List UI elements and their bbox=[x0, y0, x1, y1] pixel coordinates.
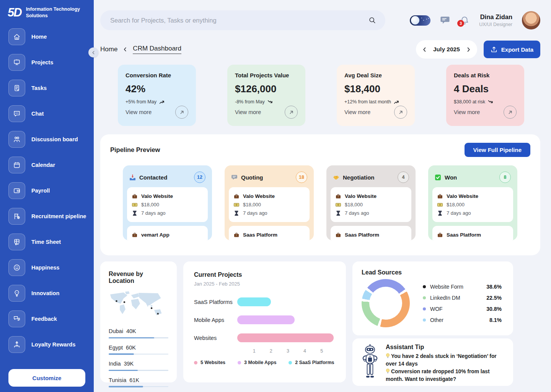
chart-row: SaaS Platforms bbox=[194, 293, 335, 311]
axis-tick: 2 bbox=[270, 348, 272, 354]
trend-up-icon bbox=[394, 100, 399, 105]
deal-card[interactable]: vemart App $22,000 bbox=[127, 226, 208, 240]
breadcrumb-current[interactable]: CRM Dashboard bbox=[133, 45, 181, 54]
view-more-link[interactable]: View more bbox=[235, 106, 298, 119]
assistant-tip-line: You have 2 deals stuck in ‘Negotiation’ … bbox=[386, 353, 505, 368]
column-count-badge: 8 bbox=[499, 172, 511, 183]
sidebar-item-label: Chat bbox=[31, 111, 44, 117]
location-row: Tunisia61K bbox=[109, 377, 168, 387]
view-more-link[interactable]: View more bbox=[126, 106, 188, 119]
check-icon bbox=[435, 174, 441, 181]
messages-button[interactable] bbox=[440, 15, 450, 25]
legend-dot bbox=[423, 307, 426, 310]
legend-item: Website Form38.6% bbox=[423, 284, 502, 290]
breadcrumb: Home CRM Dashboard bbox=[100, 45, 181, 54]
banknote-icon bbox=[234, 202, 239, 207]
smiley-icon bbox=[8, 259, 25, 276]
deal-card[interactable]: Valo Website $18,000 7 days ago bbox=[229, 187, 310, 222]
sidebar-item-label: Innovation bbox=[31, 290, 59, 296]
period-label: July 2025 bbox=[433, 46, 460, 53]
hourglass-icon bbox=[234, 211, 239, 216]
lead-sources-donut bbox=[362, 279, 410, 327]
notifications-button[interactable]: 3 bbox=[460, 15, 469, 25]
assistant-tip-title: Assistant Tip bbox=[386, 344, 505, 351]
stat-change: +12% from last month bbox=[344, 99, 407, 105]
sidebar-item-loyalty-rewards[interactable]: Loyalty Rewards bbox=[8, 336, 85, 353]
legend-item: WOF30.8% bbox=[423, 306, 502, 312]
current-projects-card: Current Projects Jan 2025 - Feb 2025 Saa… bbox=[183, 261, 346, 382]
assistant-tip-body: Assistant Tip You have 2 deals stuck in … bbox=[386, 344, 505, 382]
people-icon bbox=[8, 131, 25, 148]
customize-button[interactable]: Customize bbox=[8, 369, 85, 387]
legend-dot bbox=[423, 318, 426, 322]
search-icon[interactable] bbox=[368, 16, 376, 24]
projects-legend: 5 Websites 3 Mobile Apps 2 SaaS Platform… bbox=[194, 360, 335, 365]
calendar-icon bbox=[8, 157, 25, 173]
sidebar-item-projects[interactable]: Projects bbox=[8, 54, 85, 71]
sidebar-item-happiness[interactable]: Happiness bbox=[8, 259, 85, 276]
stat-value: $18,400 bbox=[344, 83, 407, 95]
sidebar-item-feedback[interactable]: Feedback bbox=[8, 310, 85, 327]
location-bar bbox=[109, 354, 168, 355]
user-avatar[interactable] bbox=[522, 11, 540, 29]
deal-card[interactable]: Valo Website $18,000 7 days ago bbox=[331, 187, 411, 222]
timesheet-icon bbox=[8, 234, 25, 250]
prev-month-button[interactable] bbox=[422, 47, 427, 52]
search-bar bbox=[100, 10, 385, 30]
right-column: Lead Sources Website Form38.6% LinkedIn … bbox=[352, 261, 513, 386]
world-map bbox=[109, 291, 168, 326]
arrow-up-right-icon bbox=[175, 106, 188, 119]
lead-sources-legend: Website Form38.6% LinkedIn DM22.5% WOF30… bbox=[423, 284, 504, 323]
search-input[interactable] bbox=[109, 16, 368, 24]
deal-card[interactable]: Saas Platform $43,000 bbox=[432, 226, 513, 240]
bulb-icon bbox=[386, 353, 390, 359]
sidebar-item-time-sheet[interactable]: Time Sheet bbox=[8, 234, 85, 250]
location-row: India39K bbox=[109, 361, 168, 371]
dark-mode-toggle[interactable] bbox=[410, 15, 430, 26]
column-count-badge: 18 bbox=[296, 172, 307, 183]
briefcase-icon bbox=[234, 194, 239, 199]
export-data-button[interactable]: Export Data bbox=[484, 41, 540, 58]
sidebar-item-chat[interactable]: Chat bbox=[8, 105, 85, 122]
deal-card[interactable]: Valo Website $18,000 7 days ago bbox=[127, 187, 208, 222]
legend-dot bbox=[194, 361, 197, 364]
clipboard-icon bbox=[8, 80, 25, 96]
trend-up-icon bbox=[159, 100, 165, 105]
axis-tick: 3 bbox=[287, 348, 289, 354]
sidebar-item-innovation[interactable]: Innovation bbox=[8, 285, 85, 302]
chart-row: Websites bbox=[194, 329, 335, 347]
banknote-icon bbox=[336, 202, 341, 207]
sidebar-item-calendar[interactable]: Calendar bbox=[8, 157, 85, 173]
sidebar-item-tasks[interactable]: Tasks bbox=[8, 80, 85, 96]
breadcrumb-home[interactable]: Home bbox=[100, 46, 117, 53]
deal-card[interactable]: Saas Platform $43,000 bbox=[229, 226, 310, 240]
period-selector: July 2025 bbox=[416, 40, 477, 59]
next-month-button[interactable] bbox=[466, 47, 471, 52]
sidebar-item-home[interactable]: Home bbox=[8, 28, 85, 45]
stat-card-total-projects-value: Total Projects Value $126,000 -8% from M… bbox=[227, 65, 305, 126]
sidebar-item-discussion-board[interactable]: Discussion board bbox=[8, 131, 85, 148]
deal-card[interactable]: Saas Platform $43,000 bbox=[331, 226, 411, 240]
sidebar-item-payroll[interactable]: Payroll bbox=[8, 182, 85, 199]
view-full-pipeline-button[interactable]: View Full Pipeline bbox=[465, 143, 530, 157]
stat-title: Avg Deal Size bbox=[344, 72, 407, 78]
location-row: Dubai40K bbox=[109, 328, 168, 338]
category-label: SaaS Platforms bbox=[194, 299, 237, 305]
briefcase-icon bbox=[437, 194, 443, 199]
view-more-link[interactable]: View more bbox=[344, 106, 407, 119]
view-more-link[interactable]: View more bbox=[454, 106, 517, 119]
category-label: Mobile Apps bbox=[194, 317, 237, 323]
hourglass-icon bbox=[132, 211, 137, 216]
pipeline-column-contacted: Contacted 12 Valo Website $18,000 7 days… bbox=[123, 165, 212, 240]
column-name: Negotiation bbox=[343, 174, 375, 181]
column-count-badge: 4 bbox=[398, 172, 409, 183]
bar-mobile-apps bbox=[237, 315, 295, 324]
bar-saas-platforms bbox=[237, 297, 271, 306]
chevron-left-icon bbox=[91, 51, 96, 55]
deal-card[interactable]: Valo Website $18,000 7 days ago bbox=[432, 187, 513, 222]
location-value: 39K bbox=[124, 361, 134, 367]
briefcase-icon bbox=[132, 194, 137, 199]
sidebar-item-recruitment-pipeline[interactable]: Recruitment pipeline bbox=[8, 208, 85, 225]
sidebar-collapse-button[interactable] bbox=[88, 47, 98, 57]
trend-down-icon bbox=[488, 100, 494, 105]
